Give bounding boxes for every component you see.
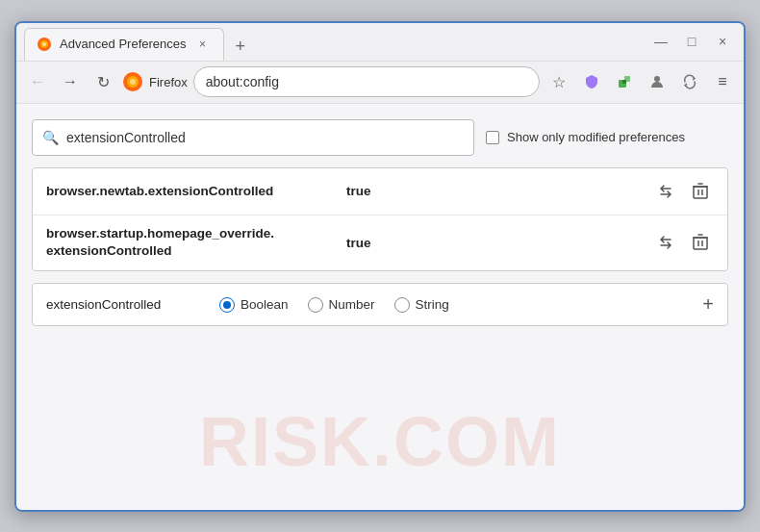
table-row: browser.newtab.extensionControlled true: [33, 168, 727, 215]
result-name-2: browser.startup.homepage_override. exten…: [46, 225, 335, 262]
radio-label-number: Number: [329, 297, 375, 312]
radio-option-boolean[interactable]: Boolean: [219, 297, 289, 313]
window-controls: — □ ×: [647, 31, 736, 52]
svg-point-2: [42, 42, 46, 46]
result-actions-2: [652, 229, 714, 256]
delete-button-1[interactable]: [687, 178, 714, 205]
browser-window: Advanced Preferences × + — □ × ← → ↻ Fir…: [14, 21, 746, 512]
tab-close-button[interactable]: ×: [194, 36, 212, 53]
sync-button[interactable]: [676, 68, 703, 95]
svg-point-9: [654, 76, 660, 82]
navigation-bar: ← → ↻ Firefox about:config ☆: [16, 62, 744, 104]
show-modified-checkbox[interactable]: [486, 131, 499, 144]
result-actions-1: [652, 178, 714, 205]
show-modified-row[interactable]: Show only modified preferences: [486, 130, 685, 144]
radio-option-number[interactable]: Number: [308, 297, 375, 313]
firefox-logo: [122, 71, 143, 92]
swap-button-2[interactable]: [652, 229, 679, 256]
svg-rect-8: [622, 80, 626, 84]
search-icon: 🔍: [42, 130, 59, 145]
tab-strip: Advanced Preferences × +: [24, 23, 640, 61]
new-preference-row: extensionControlled Boolean Number: [32, 283, 728, 326]
search-input[interactable]: [66, 130, 464, 145]
forward-button[interactable]: →: [57, 68, 84, 95]
toolbar-icons: ☆: [545, 68, 736, 95]
search-box[interactable]: 🔍: [32, 119, 474, 156]
account-button[interactable]: [644, 68, 671, 95]
show-modified-label: Show only modified preferences: [507, 130, 685, 144]
bookmark-button[interactable]: ☆: [545, 68, 572, 95]
tab-title: Advanced Preferences: [60, 37, 187, 51]
minimize-button[interactable]: —: [647, 31, 674, 52]
delete-button-2[interactable]: [687, 229, 714, 256]
swap-button-1[interactable]: [652, 178, 679, 205]
radio-dot-boolean: [223, 301, 231, 309]
reload-button[interactable]: ↻: [89, 68, 116, 95]
radio-circle-number[interactable]: [308, 297, 323, 313]
content-area: RISK.COM 🔍 Show only modified preference…: [16, 104, 744, 510]
menu-button[interactable]: ≡: [709, 68, 736, 95]
result-name-1: browser.newtab.extensionControlled: [46, 184, 335, 198]
radio-label-boolean: Boolean: [241, 297, 289, 312]
address-text: about:config: [206, 74, 527, 89]
active-tab[interactable]: Advanced Preferences ×: [24, 28, 224, 61]
new-pref-name: extensionControlled: [46, 297, 200, 312]
svg-point-5: [130, 79, 136, 85]
radio-label-string: String: [416, 297, 449, 312]
search-row: 🔍 Show only modified preferences: [32, 119, 728, 156]
table-row: browser.startup.homepage_override. exten…: [33, 215, 727, 271]
radio-group: Boolean Number String: [219, 297, 683, 313]
new-tab-button[interactable]: +: [228, 33, 254, 61]
add-preference-button[interactable]: +: [702, 293, 714, 316]
result-value-2: true: [346, 236, 371, 250]
results-table: browser.newtab.extensionControlled true: [32, 167, 728, 272]
maximize-button[interactable]: □: [678, 31, 705, 52]
shield-button[interactable]: [578, 68, 605, 95]
tab-favicon: [37, 37, 52, 52]
back-button[interactable]: ←: [24, 68, 51, 95]
watermark: RISK.COM: [199, 402, 561, 481]
radio-circle-boolean[interactable]: [219, 297, 235, 313]
firefox-label: Firefox: [149, 75, 188, 89]
address-bar[interactable]: about:config: [193, 66, 540, 97]
svg-rect-15: [694, 238, 707, 249]
close-button[interactable]: ×: [709, 31, 736, 52]
radio-circle-string[interactable]: [394, 297, 410, 313]
radio-option-string[interactable]: String: [394, 297, 449, 313]
svg-rect-10: [694, 187, 707, 198]
extension-button[interactable]: [611, 68, 638, 95]
result-value-1: true: [346, 184, 371, 198]
title-bar: Advanced Preferences × + — □ ×: [16, 23, 744, 62]
